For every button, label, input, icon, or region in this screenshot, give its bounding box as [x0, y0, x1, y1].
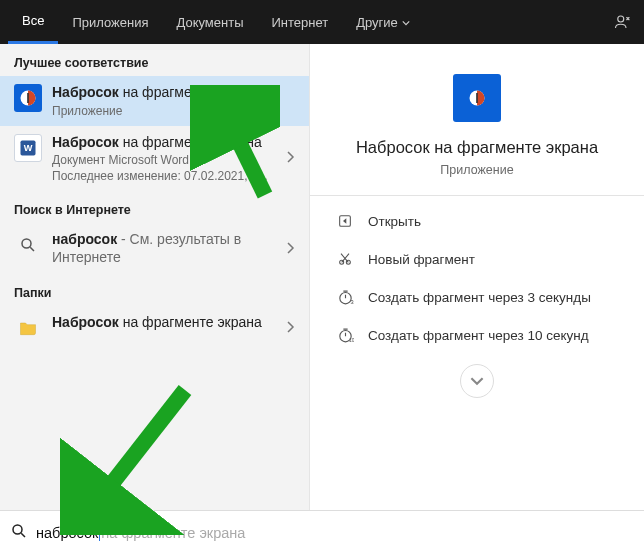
- tab-apps[interactable]: Приложения: [58, 0, 162, 44]
- preview-subtitle: Приложение: [440, 163, 513, 177]
- preview-panel: Набросок на фрагменте экрана Приложение …: [310, 44, 644, 510]
- action-new-snip[interactable]: Новый фрагмент: [330, 240, 624, 278]
- divider: [310, 195, 644, 196]
- search-typed-text: набросок: [36, 525, 98, 541]
- search-icon: [10, 522, 28, 544]
- chevron-right-icon: [279, 149, 295, 167]
- action-label: Открыть: [368, 214, 421, 229]
- svg-line-6: [30, 247, 34, 251]
- result-title: Набросок на фрагменте экрана: [52, 314, 279, 332]
- result-folder[interactable]: Набросок на фрагменте экрана: [0, 306, 309, 350]
- tab-other[interactable]: Другие: [342, 0, 424, 44]
- section-folders: Папки: [0, 274, 309, 306]
- folder-icon: [14, 314, 42, 342]
- tab-internet[interactable]: Интернет: [257, 0, 342, 44]
- svg-text:3: 3: [350, 298, 353, 304]
- search-tabs: Все Приложения Документы Интернет Другие: [0, 0, 644, 44]
- result-web-search[interactable]: набросок - См. результаты в Интернете: [0, 223, 309, 274]
- app-large-icon: [453, 74, 501, 122]
- svg-text:W: W: [24, 143, 33, 153]
- timer-3-icon: 3: [334, 286, 356, 308]
- action-label: Создать фрагмент через 3 секунды: [368, 290, 591, 305]
- svg-point-16: [13, 525, 22, 534]
- text-caret: [99, 525, 100, 541]
- open-icon: [334, 210, 356, 232]
- chevron-down-icon: [402, 15, 410, 30]
- svg-point-0: [618, 16, 624, 22]
- action-snip-delay-10[interactable]: 10 Создать фрагмент через 10 секунд: [330, 316, 624, 354]
- result-subtitle: Документ Microsoft Word: [52, 153, 279, 167]
- section-web-search: Поиск в Интернете: [0, 191, 309, 223]
- search-icon: [14, 231, 42, 259]
- result-app-snip-sketch[interactable]: Набросок на фрагменте экрана Приложение: [0, 76, 309, 126]
- result-title: Набросок на фрагменте экрана: [52, 134, 279, 152]
- action-label: Новый фрагмент: [368, 252, 475, 267]
- svg-line-17: [21, 533, 25, 537]
- result-document[interactable]: W Набросок на фрагменте экрана Документ …: [0, 126, 309, 192]
- result-subtitle: Приложение: [52, 104, 295, 118]
- svg-rect-2: [27, 93, 29, 103]
- chevron-right-icon: [279, 240, 295, 258]
- timer-10-icon: 10: [334, 324, 356, 346]
- tab-all[interactable]: Все: [8, 0, 58, 44]
- svg-point-5: [22, 239, 31, 248]
- action-snip-delay-3[interactable]: 3 Создать фрагмент через 3 секунды: [330, 278, 624, 316]
- result-subtitle-2: Последнее изменение: 07.02.2021, 1...: [52, 169, 279, 183]
- search-input[interactable]: набросокна фрагменте экрана: [0, 510, 644, 554]
- snip-icon: [334, 248, 356, 270]
- results-panel: Лучшее соответствие Набросок на фрагмент…: [0, 44, 310, 510]
- action-label: Создать фрагмент через 10 секунд: [368, 328, 589, 343]
- svg-text:10: 10: [349, 337, 354, 342]
- search-autocomplete-hint: на фрагменте экрана: [101, 525, 245, 541]
- expand-button[interactable]: [460, 364, 494, 398]
- feedback-icon[interactable]: [614, 0, 632, 44]
- result-title: Набросок на фрагменте экрана: [52, 84, 295, 102]
- result-title: набросок - См. результаты в Интернете: [52, 231, 279, 266]
- action-open[interactable]: Открыть: [330, 202, 624, 240]
- section-best-match: Лучшее соответствие: [0, 44, 309, 76]
- word-document-icon: W: [14, 134, 42, 162]
- tab-documents[interactable]: Документы: [162, 0, 257, 44]
- snip-sketch-icon: [14, 84, 42, 112]
- svg-rect-8: [476, 93, 478, 103]
- preview-title: Набросок на фрагменте экрана: [356, 138, 598, 157]
- chevron-right-icon: [279, 319, 295, 337]
